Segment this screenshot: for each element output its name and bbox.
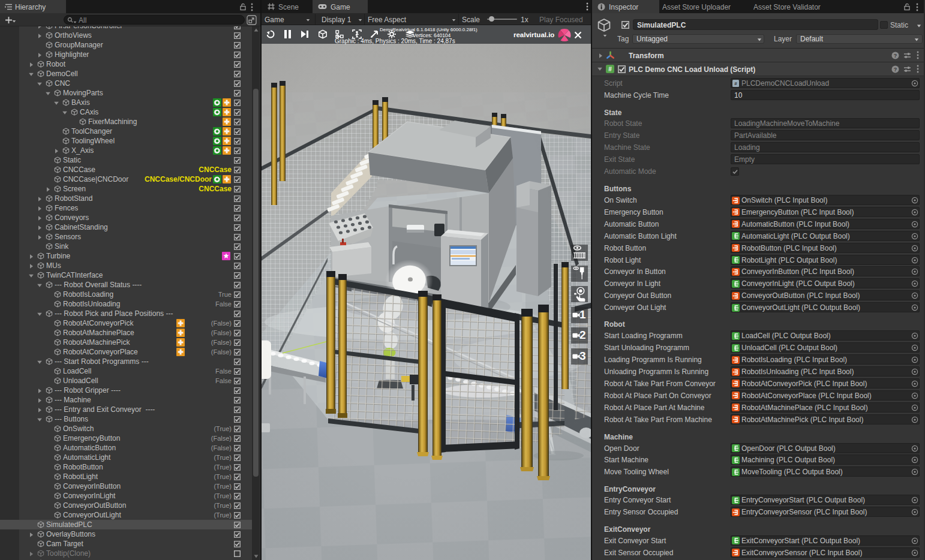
svg-text:?: ? <box>894 53 897 59</box>
svg-text:#: # <box>608 66 612 73</box>
svg-text:#: # <box>734 81 737 86</box>
svg-text:?: ? <box>894 67 897 73</box>
